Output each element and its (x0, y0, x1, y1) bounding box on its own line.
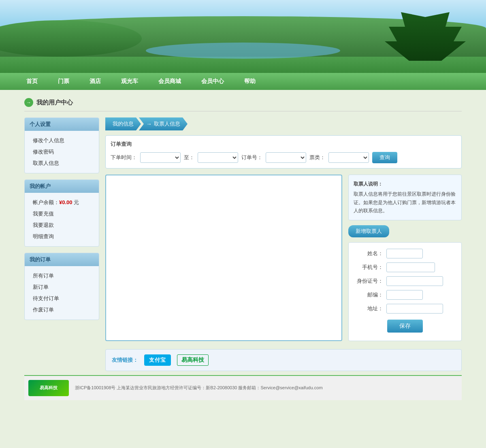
sidebar-link-all-orders[interactable]: 所有订单 (25, 270, 99, 282)
form-row-id: 身份证号： (357, 276, 453, 286)
sidebar-link-details[interactable]: 明细查询 (25, 231, 99, 242)
footer-links-label: 友情链接： (112, 356, 138, 364)
tab-ticket-person[interactable]: → 取票人信息 (139, 117, 188, 130)
query-order-no-select[interactable] (266, 152, 306, 163)
query-order-no-label: 订单号： (241, 154, 262, 161)
form-row-postcode: 邮编： (357, 290, 453, 300)
notice-content: 取票人信息将用于您前往景区取票时进行身份验证。如果您是为他人订购门票，新增填游玩… (354, 191, 456, 213)
sidebar-section-account: 我的帐户 帐户余额：¥0.00 元 我要充值 我要退款 明细查询 (24, 179, 99, 247)
add-ticket-person-button[interactable]: 新增取票人 (348, 225, 389, 237)
form-label-name: 姓名： (357, 250, 383, 257)
sidebar-section-orders-title: 我的订单 (25, 253, 99, 266)
tab-ticket-person-label: 取票人信息 (154, 120, 180, 128)
form-label-phone: 手机号： (357, 264, 383, 271)
form-label-postcode: 邮编： (357, 291, 383, 299)
nav-item-sightseeing[interactable]: 观光车 (119, 75, 140, 88)
save-button[interactable]: 保存 (387, 320, 423, 333)
nav-item-hotel[interactable]: 酒店 (87, 75, 103, 88)
nav-item-member[interactable]: 会员中心 (199, 75, 226, 88)
query-date-end-label: 至： (184, 154, 194, 161)
form-label-address: 地址： (357, 305, 383, 312)
sidebar-section-orders-body: 所有订单 新订单 待支付订单 作废订单 (25, 266, 99, 320)
account-balance-row: 帐户余额：¥0.00 元 (25, 197, 99, 208)
form-input-id[interactable] (386, 276, 443, 286)
footer-logo: 易高科技 (28, 380, 69, 396)
sidebar-link-ticket-person[interactable]: 取票人信息 (25, 158, 99, 169)
sidebar-link-cancelled-orders[interactable]: 作废订单 (25, 304, 99, 316)
form-row-phone: 手机号： (357, 262, 453, 272)
balance-amount: ¥0.00 (59, 199, 72, 205)
form-row-name: 姓名： (357, 249, 453, 258)
sidebar-link-new-orders[interactable]: 新订单 (25, 282, 99, 293)
sidebar-link-pending-payment[interactable]: 待支付订单 (25, 293, 99, 304)
sidebar: 个人设置 修改个人信息 修改密码 取票人信息 我的帐户 帐户余额：¥0.00 元… (24, 117, 99, 326)
footer-icp-text: 浙ICP备10001908号 上海某达营业市民旅游地方经营许可证编号：新B2-2… (75, 385, 458, 391)
ticket-form: 姓名： 手机号： 身份证号： 邮编： (348, 242, 462, 341)
order-query-title: 订单查询 (111, 141, 456, 148)
bottom-footer: 易高科技 浙ICP备10001908号 上海某达营业市民旅游地方经营许可证编号：… (24, 375, 462, 400)
query-date-end-select[interactable] (198, 152, 238, 163)
query-date-start-select[interactable] (140, 152, 181, 163)
page-title: 我的用户中心 (36, 99, 73, 107)
query-button[interactable]: 查询 (372, 152, 397, 163)
tab-arrow-icon: → (146, 121, 152, 127)
form-label-id: 身份证号： (357, 277, 383, 285)
sidebar-link-recharge[interactable]: 我要充值 (25, 208, 99, 220)
balance-label: 帐户余额： (33, 199, 59, 205)
main-wrapper: → 我的用户中心 个人设置 修改个人信息 修改密码 取票人信息 我的帐户 帐户余… (24, 90, 462, 404)
content-area: 我的信息 → 取票人信息 订单查询 下单时间： 至： (105, 117, 462, 371)
form-input-address[interactable] (386, 304, 443, 314)
navigation-bar: 首页 门票 酒店 观光车 会员商城 会员中心 帮助 (0, 73, 486, 90)
query-ticket-type-label: 票类： (309, 154, 325, 161)
form-input-name[interactable] (386, 249, 423, 258)
alipay-logo[interactable]: 支付宝 (144, 354, 171, 366)
nav-item-help[interactable]: 帮助 (242, 75, 258, 88)
form-row-address: 地址： (357, 304, 453, 314)
balance-unit: 元 (74, 199, 79, 205)
ticket-list-box (105, 175, 342, 341)
nav-item-mall[interactable]: 会员商城 (156, 75, 183, 88)
two-col-section: 取票人说明： 取票人信息将用于您前往景区取票时进行身份验证。如果您是为他人订购门… (105, 175, 462, 341)
notice-title: 取票人说明： (354, 180, 456, 188)
query-row: 下单时间： 至： 订单号： 票类： 查询 (111, 152, 456, 163)
sidebar-link-refund[interactable]: 我要退款 (25, 220, 99, 231)
sidebar-section-personal-title: 个人设置 (25, 118, 99, 131)
form-input-postcode[interactable] (386, 290, 423, 300)
ticket-info-notice: 取票人说明： 取票人信息将用于您前往景区取票时进行身份验证。如果您是为他人订购门… (348, 175, 462, 220)
footer-links: 友情链接： 支付宝 易高科技 (105, 349, 462, 371)
tab-my-info-label: 我的信息 (113, 120, 134, 128)
sidebar-link-change-password[interactable]: 修改密码 (25, 146, 99, 158)
page-title-bar: → 我的用户中心 (24, 94, 462, 111)
main-layout: 个人设置 修改个人信息 修改密码 取票人信息 我的帐户 帐户余额：¥0.00 元… (24, 117, 462, 371)
sidebar-section-account-body: 帐户余额：¥0.00 元 我要充值 我要退款 明细查询 (25, 193, 99, 246)
nav-item-ticket[interactable]: 门票 (56, 75, 71, 88)
tab-my-info[interactable]: 我的信息 (105, 117, 141, 130)
sidebar-section-orders: 我的订单 所有订单 新订单 待支付订单 作废订单 (24, 253, 99, 320)
query-date-start-label: 下单时间： (111, 154, 137, 161)
nav-item-home[interactable]: 首页 (24, 75, 40, 88)
sidebar-section-account-title: 我的帐户 (25, 180, 99, 193)
header-banner (0, 0, 486, 73)
partner-logo[interactable]: 易高科技 (177, 354, 209, 366)
sidebar-section-personal: 个人设置 修改个人信息 修改密码 取票人信息 (24, 117, 99, 173)
tabs-bar: 我的信息 → 取票人信息 (105, 117, 462, 130)
sidebar-link-edit-profile[interactable]: 修改个人信息 (25, 135, 99, 146)
order-query-box: 订单查询 下单时间： 至： 订单号： 票类： (105, 135, 462, 169)
query-ticket-type-select[interactable] (328, 152, 369, 163)
page-title-arrow-icon: → (24, 98, 33, 107)
sidebar-section-personal-body: 修改个人信息 修改密码 取票人信息 (25, 131, 99, 173)
form-input-phone[interactable] (386, 262, 435, 272)
ticket-info-box: 取票人说明： 取票人信息将用于您前往景区取票时进行身份验证。如果您是为他人订购门… (348, 175, 462, 341)
